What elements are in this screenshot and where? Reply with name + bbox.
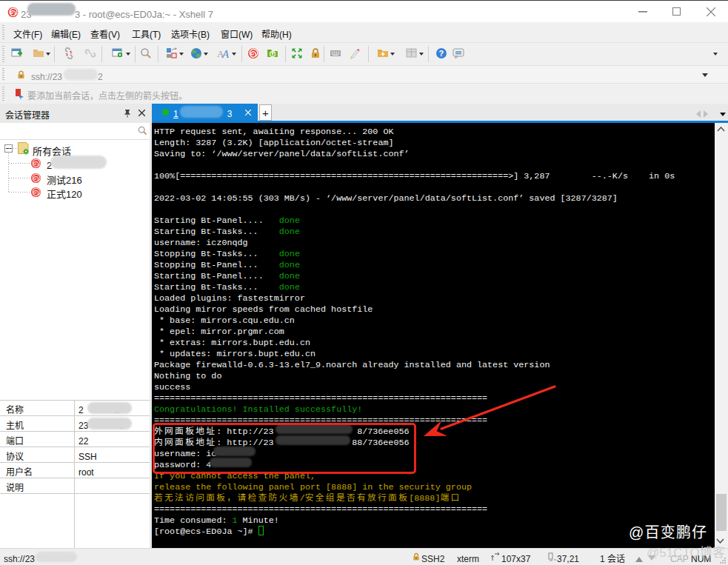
- svg-text:A: A: [221, 48, 229, 59]
- svg-text:?: ?: [439, 49, 444, 58]
